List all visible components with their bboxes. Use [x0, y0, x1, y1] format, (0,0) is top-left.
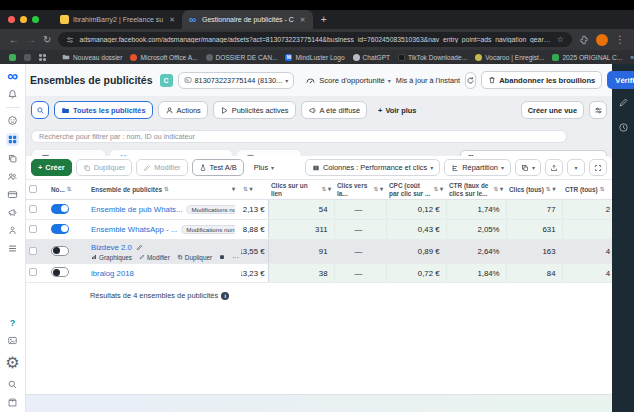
more-actions[interactable]: ··· [232, 254, 238, 261]
export-button[interactable] [545, 159, 563, 176]
header-ctr[interactable]: CTR (taux de clics sur le...⇅▾ [446, 180, 506, 200]
reload-icon[interactable]: ↻ [43, 35, 51, 45]
maximize-window-icon[interactable] [32, 16, 39, 23]
close-tab-icon[interactable]: ✕ [300, 16, 306, 24]
bookmarks-overflow-chevron[interactable]: » [630, 54, 634, 61]
all-tools-menu-icon[interactable] [7, 243, 18, 254]
charts-action[interactable]: Graphiques [91, 254, 132, 261]
minimize-window-icon[interactable] [20, 16, 27, 23]
duplicate-action[interactable]: Dupliquer [177, 254, 212, 261]
account-selector[interactable]: 813073223775144 (8130... ▾ [178, 72, 295, 89]
extensions-icon[interactable] [579, 35, 589, 45]
adset-active-toggle[interactable] [51, 224, 69, 234]
header-clicks-all[interactable]: Clics (tous)⇅▾ [506, 180, 562, 200]
forward-icon[interactable]: → [26, 35, 36, 45]
apps-grid-icon[interactable] [39, 54, 46, 61]
edit-pencil-icon[interactable] [136, 244, 143, 251]
bookmark-item[interactable]: TikTok Downloade... [398, 54, 467, 61]
export-options-button[interactable]: ▾ [567, 159, 585, 176]
filter-active-ads-button[interactable]: Publicités actives [213, 101, 296, 119]
ab-test-button[interactable]: Test A/B [192, 159, 244, 176]
opportunity-score[interactable]: Score d'opportunité ▾ [305, 75, 391, 86]
row-checkbox[interactable] [29, 247, 37, 255]
adset-name-link[interactable]: ibralog 2018 [91, 269, 134, 278]
more-button[interactable]: Plus ▾ [248, 159, 280, 176]
header-amount[interactable]: ⇅▾ [238, 180, 268, 200]
see-more-filters-button[interactable]: + Voir plus [372, 101, 422, 119]
settings-gear-icon[interactable]: ⚙ [5, 353, 19, 372]
chevron-down-icon[interactable]: ▾ [500, 186, 503, 193]
header-toggle[interactable]: No...⇅ [48, 180, 88, 200]
select-all-checkbox[interactable] [29, 185, 37, 193]
business-apps-icon[interactable] [7, 397, 18, 408]
ads-reporting-icon[interactable] [7, 153, 18, 164]
chevron-down-icon[interactable]: ▾ [232, 186, 235, 193]
chevron-down-icon[interactable]: ▾ [440, 186, 443, 193]
header-landing-clicks[interactable]: Clics vers la...⇅▾ [334, 180, 386, 200]
audiences-icon[interactable] [7, 171, 18, 182]
search-filter-button[interactable] [31, 101, 49, 119]
adset-active-toggle[interactable] [51, 204, 69, 214]
pinned-app-icon[interactable] [24, 54, 31, 61]
header-ctr-all[interactable]: CTR (tous)⇅ [562, 180, 612, 200]
address-bar[interactable]: adsmanager.facebook.com/adsmanager/manag… [58, 32, 572, 47]
columns-button[interactable]: Colonnes : Performance et clics ▾ [305, 159, 440, 176]
create-view-button[interactable]: Créer une vue [521, 101, 584, 119]
pinned-app-icon[interactable] [9, 54, 16, 61]
help-icon[interactable]: ? [10, 318, 16, 328]
expand-table-button[interactable] [589, 159, 607, 176]
edit-button[interactable]: Modifier [136, 159, 187, 176]
browser-tab-freelance[interactable]: IbrahimBarry2 | Freelance su ✕ [53, 12, 182, 28]
edit-pencil-icon[interactable] [618, 97, 629, 108]
bookmark-item[interactable]: ChatGPT [353, 54, 390, 61]
edit-action[interactable]: Modifier [139, 254, 170, 261]
adset-active-toggle[interactable] [51, 267, 69, 277]
media-library-icon[interactable] [7, 335, 18, 346]
advertising-megaphone-icon[interactable] [7, 207, 18, 218]
refresh-button[interactable] [465, 72, 476, 89]
site-settings-icon[interactable] [66, 36, 74, 44]
meta-logo[interactable]: ∞ [7, 70, 18, 82]
adset-name-link[interactable]: Ensemble WhatsApp - ... [91, 225, 177, 234]
bookmark-item[interactable]: DOSSIER DE CAN... [206, 54, 278, 61]
bookmark-item[interactable]: M MindLuster Logo [285, 54, 344, 61]
new-tab-button[interactable]: + [321, 14, 327, 25]
events-manager-icon[interactable] [7, 225, 18, 236]
search-icon[interactable] [7, 379, 18, 390]
header-link-clicks[interactable]: Clics sur un lien⇅▾ [268, 180, 334, 200]
billing-icon[interactable] [7, 189, 18, 200]
browser-menu-icon[interactable]: ⋮ [615, 35, 625, 45]
window-controls[interactable] [8, 16, 39, 23]
view-settings-button[interactable] [589, 101, 607, 119]
bookmark-item[interactable]: Microsoft Office A... [130, 54, 197, 61]
row-checkbox[interactable] [29, 225, 37, 233]
row-checkbox[interactable] [29, 268, 37, 276]
header-checkbox[interactable] [26, 180, 48, 200]
chevron-down-icon[interactable]: ▾ [328, 186, 331, 193]
filter-delivered-button[interactable]: A été diffusé [301, 101, 368, 119]
profile-avatar[interactable] [596, 34, 608, 46]
filter-actions-button[interactable]: Actions [158, 101, 208, 119]
close-tab-icon[interactable]: ✕ [169, 16, 175, 24]
adset-name-link[interactable]: Bizdeve 2.0 [91, 243, 132, 252]
account-overview-icon[interactable] [7, 115, 18, 126]
chevron-down-icon[interactable]: ▾ [552, 186, 555, 193]
pin-action[interactable] [219, 254, 225, 260]
bookmark-star-icon[interactable]: ☆ [557, 35, 564, 44]
discard-drafts-button[interactable]: Abandonner les brouillons [481, 71, 602, 89]
create-button[interactable]: + Créer [31, 159, 72, 176]
notifications-bell-icon[interactable] [7, 89, 18, 100]
chevron-down-icon[interactable]: ▾ [250, 186, 253, 193]
bookmark-item[interactable]: Nouveau dossier [62, 53, 122, 61]
duplicate-button[interactable]: Dupliquer [76, 159, 133, 176]
row-checkbox[interactable] [29, 205, 37, 213]
publish-button[interactable]: Vérifier et publier (6) [607, 71, 634, 89]
close-window-icon[interactable] [8, 16, 15, 23]
bookmark-item[interactable]: Vocaroo | Enregist... [475, 54, 544, 61]
table-search-input[interactable] [31, 130, 567, 143]
ads-manager-grid-icon[interactable] [6, 133, 19, 146]
header-cpc[interactable]: CPC (coût par clic sur ...⇅▾ [386, 180, 446, 200]
breakdown-button[interactable]: Répartition ▾ [444, 159, 511, 176]
chevron-down-icon[interactable]: ▾ [380, 186, 383, 193]
reports-button[interactable]: ▾ [515, 159, 541, 176]
